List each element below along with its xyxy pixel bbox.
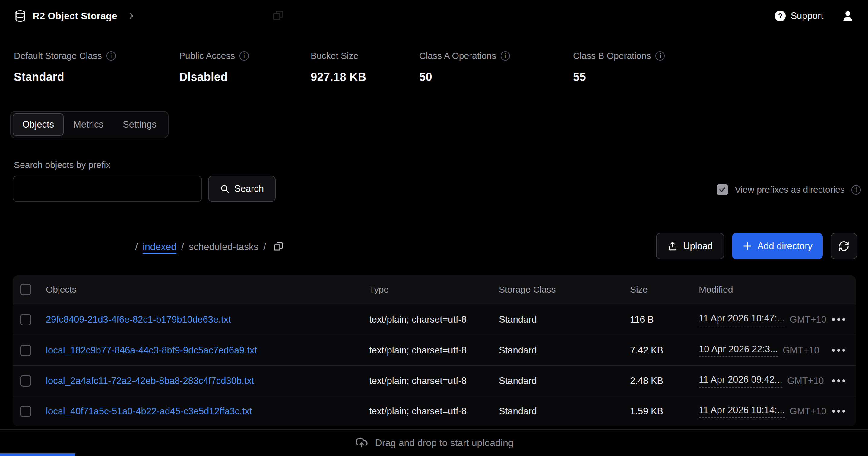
object-name-link[interactable]: local_182c9b77-846a-44c3-8bf9-9dc5ac7ed6… <box>46 345 369 356</box>
database-icon <box>14 10 27 22</box>
info-icon[interactable]: i <box>240 51 249 61</box>
info-icon[interactable]: i <box>655 51 665 61</box>
stat-bucket-size: Bucket Size 927.18 KB <box>311 51 419 84</box>
view-prefixes-control: View prefixes as directories i <box>717 184 861 195</box>
view-prefixes-checkbox[interactable] <box>717 184 728 195</box>
object-storage-class: Standard <box>499 345 630 356</box>
row-menu-icon[interactable] <box>832 315 845 324</box>
row-menu-icon[interactable] <box>832 346 845 355</box>
stat-class-a-operations: Class A Operations i 50 <box>419 51 573 84</box>
breadcrumb-separator: / <box>263 241 266 252</box>
table-row: local_182c9b77-846a-44c3-8bf9-9dc5ac7ed6… <box>13 335 856 365</box>
bucket-stats: Default Storage Class i Standard Public … <box>14 51 665 84</box>
row-checkbox[interactable] <box>20 406 31 417</box>
search-button-label: Search <box>234 183 264 194</box>
stat-label: Bucket Size <box>311 51 358 61</box>
object-type: text/plain; charset=utf-8 <box>369 314 499 325</box>
column-header-modified: Modified <box>699 284 856 295</box>
chevron-right-icon <box>127 12 135 20</box>
info-icon[interactable]: i <box>106 51 116 61</box>
object-modified-date[interactable]: 11 Apr 2026 10:47:... <box>699 313 785 326</box>
object-size: 7.42 KB <box>630 345 699 356</box>
object-size: 2.48 KB <box>630 375 699 386</box>
stat-public-access: Public Access i Disabled <box>179 51 311 84</box>
breadcrumb-separator: / <box>181 241 184 252</box>
table-row: 29fc8409-21d3-4f6e-82c1-b179b10de63e.txt… <box>13 304 856 335</box>
stat-label: Default Storage Class <box>14 51 102 61</box>
plus-icon <box>742 241 752 251</box>
select-all-checkbox[interactable] <box>20 284 31 295</box>
row-menu-icon[interactable] <box>832 376 845 385</box>
row-checkbox[interactable] <box>20 314 31 326</box>
tab-metrics[interactable]: Metrics <box>64 113 113 136</box>
object-type: text/plain; charset=utf-8 <box>369 406 499 417</box>
info-icon[interactable]: i <box>851 185 861 194</box>
object-type: text/plain; charset=utf-8 <box>369 375 499 386</box>
row-checkbox[interactable] <box>20 345 31 356</box>
object-modified-date[interactable]: 11 Apr 2026 09:42... <box>699 374 782 388</box>
refresh-button[interactable] <box>831 233 857 260</box>
column-header-storage-class: Storage Class <box>499 284 630 295</box>
section-divider <box>0 218 868 218</box>
add-directory-button[interactable]: Add directory <box>732 233 823 260</box>
check-icon <box>718 186 726 193</box>
column-header-objects: Objects <box>46 284 369 295</box>
upload-button[interactable]: Upload <box>656 233 724 260</box>
object-name-link[interactable]: local_2a4afc11-72a2-42eb-8ba8-283c4f7cd3… <box>46 375 369 386</box>
stat-label: Class A Operations <box>419 51 496 61</box>
stat-value: Standard <box>14 70 179 84</box>
tab-settings[interactable]: Settings <box>113 113 166 136</box>
info-icon[interactable]: i <box>501 51 510 61</box>
search-input[interactable] <box>13 176 202 202</box>
help-icon: ? <box>775 10 786 22</box>
object-timezone: GMT+10 <box>783 345 819 356</box>
object-modified-date[interactable]: 10 Apr 2026 22:3... <box>699 344 778 357</box>
table-row: local_2a4afc11-72a2-42eb-8ba8-283c4f7cd3… <box>13 365 856 396</box>
object-timezone: GMT+10 <box>790 314 826 325</box>
table-header-row: Objects Type Storage Class Size Modified <box>13 275 856 304</box>
stat-label: Class B Operations <box>573 51 651 61</box>
stat-value: 55 <box>573 70 665 84</box>
breadcrumb-root: / <box>135 241 138 252</box>
upload-progress-bar <box>0 453 75 456</box>
page-title[interactable]: R2 Object Storage <box>33 10 117 22</box>
breadcrumb: / indexed / scheduled-tasks / <box>135 238 284 255</box>
refresh-icon <box>838 240 849 252</box>
topbar: R2 Object Storage ? Support <box>0 0 868 32</box>
object-size: 116 B <box>630 314 699 325</box>
stat-default-storage-class: Default Storage Class i Standard <box>14 51 179 84</box>
object-modified-date[interactable]: 11 Apr 2026 10:14:... <box>699 405 785 418</box>
object-timezone: GMT+10 <box>787 375 824 386</box>
copy-bucket-name-icon[interactable] <box>272 9 285 22</box>
object-name-link[interactable]: 29fc8409-21d3-4f6e-82c1-b179b10de63e.txt <box>46 314 369 325</box>
breadcrumb-link-indexed[interactable]: indexed <box>143 241 177 252</box>
add-directory-label: Add directory <box>757 241 812 251</box>
object-timezone: GMT+10 <box>790 406 826 417</box>
object-storage-class: Standard <box>499 314 630 325</box>
stat-value: 927.18 KB <box>311 70 419 84</box>
copy-path-icon[interactable] <box>273 241 284 252</box>
object-name-link[interactable]: local_40f71a5c-51a0-4b22-ad45-c3e5d12ffa… <box>46 406 369 417</box>
support-button[interactable]: ? Support <box>775 10 824 22</box>
search-button[interactable]: Search <box>208 176 276 202</box>
tab-objects[interactable]: Objects <box>13 113 64 136</box>
cloud-upload-icon <box>355 436 369 450</box>
column-header-type: Type <box>369 284 499 295</box>
column-header-size: Size <box>630 284 699 295</box>
view-prefixes-label: View prefixes as directories <box>735 185 845 195</box>
user-avatar-icon[interactable] <box>841 10 854 22</box>
row-checkbox[interactable] <box>20 375 31 387</box>
row-menu-icon[interactable] <box>832 407 845 416</box>
table-body: 29fc8409-21d3-4f6e-82c1-b179b10de63e.txt… <box>13 304 856 426</box>
drag-drop-label: Drag and drop to start uploading <box>375 437 514 449</box>
support-label: Support <box>790 10 824 22</box>
object-size: 1.59 KB <box>630 406 699 417</box>
search-label: Search objects by prefix <box>14 160 111 170</box>
object-storage-class: Standard <box>499 406 630 417</box>
toolbar-buttons: Upload Add directory <box>656 233 857 260</box>
drag-drop-zone[interactable]: Drag and drop to start uploading <box>0 432 868 453</box>
stat-class-b-operations: Class B Operations i 55 <box>573 51 665 84</box>
search-icon <box>220 184 229 193</box>
breadcrumb-current: scheduled-tasks <box>189 241 258 252</box>
stat-label: Public Access <box>179 51 235 61</box>
